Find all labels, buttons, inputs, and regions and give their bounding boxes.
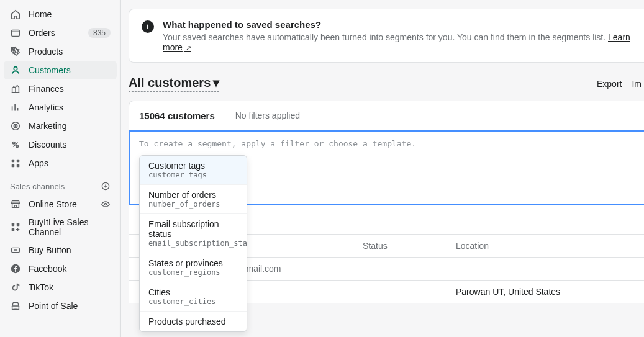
- svg-rect-16: [12, 228, 15, 231]
- analytics-icon: [10, 102, 21, 113]
- import-button[interactable]: Im: [632, 79, 642, 89]
- nav-label: Products: [29, 47, 63, 56]
- sidebar: Home Orders 835 Products Customers Finan…: [0, 0, 121, 337]
- suggestion-code: customer_regions: [148, 268, 238, 277]
- nav-label: Finances: [29, 84, 64, 94]
- suggestion-label: Cities: [148, 287, 238, 297]
- suggestion-cities[interactable]: Cities customer_cities: [140, 282, 247, 312]
- svg-rect-8: [12, 160, 15, 163]
- discounts-icon: [10, 139, 21, 150]
- filter-suggestions-dropdown: Customer tags customer_tags Number of or…: [139, 155, 247, 332]
- suggestion-code: number_of_orders: [148, 200, 238, 209]
- info-icon: i: [142, 20, 154, 33]
- nav-label: Analytics: [29, 102, 63, 112]
- suggestion-label: Email subscription status: [148, 219, 238, 239]
- home-icon: [10, 9, 21, 20]
- svg-point-1: [13, 49, 14, 50]
- card-header: 15064 customers No filters applied: [129, 101, 644, 130]
- svg-rect-14: [12, 223, 15, 227]
- suggestion-code: email_subscription_status: [148, 239, 238, 248]
- orders-icon: [10, 27, 21, 38]
- sidebar-item-home[interactable]: Home: [4, 5, 117, 24]
- filter-status: No filters applied: [235, 110, 300, 120]
- suggestion-products-purchased[interactable]: Products purchased: [140, 312, 247, 331]
- sidebar-item-apps[interactable]: Apps: [4, 154, 117, 173]
- banner-body: Your saved searches have automatically b…: [163, 32, 605, 42]
- divider: [225, 110, 225, 121]
- svg-point-2: [14, 67, 17, 70]
- column-status: Status: [363, 241, 456, 251]
- pos-icon: [10, 300, 21, 312]
- add-channel-icon[interactable]: [101, 181, 111, 191]
- grid-icon: [10, 222, 21, 233]
- svg-rect-9: [17, 160, 20, 163]
- sidebar-channel-pos[interactable]: Point of Sale: [4, 297, 117, 315]
- suggestion-label: Products purchased: [148, 317, 238, 326]
- sidebar-channel-facebook[interactable]: Facebook: [4, 259, 117, 278]
- nav-label: Apps: [29, 158, 48, 168]
- sidebar-channel-buyitlive[interactable]: BuyItLive Sales Channel: [4, 213, 117, 241]
- store-icon: [10, 199, 21, 210]
- finances-icon: [10, 83, 21, 94]
- page-title-text: All customers: [129, 76, 211, 90]
- suggestion-number-of-orders[interactable]: Number of orders number_of_orders: [140, 185, 247, 214]
- products-icon: [10, 46, 21, 57]
- svg-rect-0: [12, 30, 20, 37]
- customer-count: 15064 customers: [139, 110, 215, 121]
- page-header: All customers ▾ Export Im: [129, 75, 644, 101]
- suggestion-label: Number of orders: [148, 190, 238, 200]
- svg-point-7: [16, 145, 19, 148]
- suggestion-code: customer_tags: [148, 171, 238, 179]
- customers-card: 15064 customers No filters applied To cr…: [129, 101, 644, 303]
- orders-badge: 835: [88, 28, 111, 38]
- nav-label: Discounts: [29, 140, 66, 150]
- segment-editor[interactable]: To create a segment, apply a filter or c…: [129, 130, 644, 205]
- banner-text: Your saved searches have automatically b…: [163, 32, 632, 52]
- chevron-down-icon: ▾: [213, 75, 219, 90]
- banner-title: What happened to saved searches?: [163, 19, 632, 30]
- column-location: Location: [456, 241, 642, 251]
- suggestion-states-provinces[interactable]: States or provinces customer_regions: [140, 253, 247, 282]
- segment-placeholder: To create a segment, apply a filter or c…: [139, 139, 635, 148]
- customers-icon: [10, 65, 21, 76]
- tiktok-icon: [10, 282, 21, 293]
- nav-label: Customers: [29, 65, 71, 75]
- nav-label: TikTok: [29, 282, 53, 292]
- nav-label: Marketing: [29, 121, 66, 131]
- suggestion-label: Customer tags: [148, 161, 238, 171]
- suggestion-label: States or provinces: [148, 258, 238, 268]
- customer-location: Parowan UT, United States: [456, 287, 642, 297]
- svg-rect-15: [17, 223, 20, 227]
- buy-button-icon: [10, 245, 21, 256]
- nav-label: BuyItLive Sales Channel: [29, 217, 111, 237]
- sidebar-item-analytics[interactable]: Analytics: [4, 98, 117, 117]
- sidebar-item-finances[interactable]: Finances: [4, 79, 117, 98]
- section-label: Sales channels: [10, 182, 65, 191]
- view-store-icon[interactable]: [101, 199, 111, 209]
- suggestion-email-subscription[interactable]: Email subscription status email_subscrip…: [140, 214, 247, 253]
- export-button[interactable]: Export: [597, 79, 622, 89]
- svg-rect-11: [17, 164, 20, 168]
- sidebar-channel-buy-button[interactable]: Buy Button: [4, 241, 117, 259]
- external-icon: ↗: [184, 44, 191, 52]
- svg-point-6: [13, 142, 16, 145]
- nav-label: Online Store: [29, 199, 77, 209]
- svg-point-5: [15, 125, 16, 127]
- nav-label: Facebook: [29, 264, 66, 274]
- sidebar-item-marketing[interactable]: Marketing: [4, 117, 117, 135]
- suggestion-code: customer_cities: [148, 297, 238, 306]
- nav-label: Orders: [29, 28, 55, 38]
- sidebar-channel-online-store[interactable]: Online Store: [4, 195, 117, 213]
- nav-label: Point of Sale: [29, 301, 78, 311]
- main-content: i What happened to saved searches? Your …: [121, 0, 644, 337]
- sales-channels-heading: Sales channels: [4, 173, 117, 195]
- page-actions: Export Im: [597, 79, 642, 89]
- sidebar-item-orders[interactable]: Orders 835: [4, 24, 117, 42]
- sidebar-channel-tiktok[interactable]: TikTok: [4, 278, 117, 297]
- apps-icon: [10, 158, 21, 169]
- page-title-dropdown[interactable]: All customers ▾: [129, 75, 219, 92]
- sidebar-item-products[interactable]: Products: [4, 42, 117, 61]
- suggestion-customer-tags[interactable]: Customer tags customer_tags: [140, 156, 247, 185]
- sidebar-item-discounts[interactable]: Discounts: [4, 135, 117, 154]
- sidebar-item-customers[interactable]: Customers: [4, 61, 117, 79]
